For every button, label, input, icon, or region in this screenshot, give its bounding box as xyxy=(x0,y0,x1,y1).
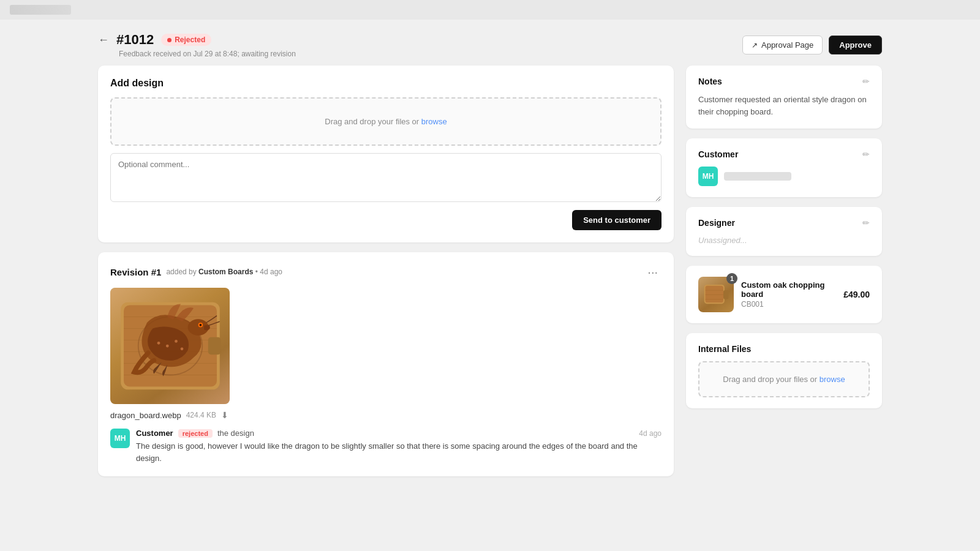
more-options-button[interactable]: ··· xyxy=(644,264,662,279)
add-design-title: Add design xyxy=(110,78,662,89)
right-column: Notes ✏ Customer requested an oriental s… xyxy=(686,66,882,551)
internal-files-title: Internal Files xyxy=(698,344,751,354)
status-badge: Rejected xyxy=(161,34,211,46)
internal-files-drop-zone[interactable]: Drag and drop your files or browse xyxy=(698,361,870,397)
comment-header: Customer rejected the design 4d ago xyxy=(136,429,662,438)
product-name: Custom oak chopping board xyxy=(741,280,836,299)
revision-header: Revision #1 added by Custom Boards • 4d … xyxy=(110,264,662,279)
add-design-card: Add design Drag and drop your files or b… xyxy=(98,66,674,242)
svg-point-12 xyxy=(199,324,202,326)
external-link-icon: ↗ xyxy=(752,41,758,50)
comment-action: the design xyxy=(217,429,254,438)
notes-edit-icon[interactable]: ✏ xyxy=(862,77,870,86)
svg-point-15 xyxy=(175,340,178,343)
customer-edit-icon[interactable]: ✏ xyxy=(862,149,870,159)
status-dot xyxy=(167,38,172,42)
svg-point-13 xyxy=(157,342,160,345)
file-name: dragon_board.webp xyxy=(110,411,181,420)
header-actions: ↗ Approval Page Approve xyxy=(742,36,882,54)
logo xyxy=(10,5,71,15)
drop-zone-text: Drag and drop your files or xyxy=(325,117,421,126)
comment-content: Customer rejected the design 4d ago The … xyxy=(136,429,662,464)
file-size: 424.4 KB xyxy=(186,411,216,419)
notes-card: Notes ✏ Customer requested an oriental s… xyxy=(686,66,882,129)
header-title-row: ← #1012 Rejected xyxy=(98,32,296,48)
notes-title: Notes xyxy=(698,77,722,86)
header-left: ← #1012 Rejected Feedback received on Ju… xyxy=(98,32,296,58)
designer-card: Designer ✏ Unassigned... xyxy=(686,207,882,256)
approval-page-button[interactable]: ↗ Approval Page xyxy=(742,36,823,54)
header: ← #1012 Rejected Feedback received on Ju… xyxy=(98,20,882,66)
header-subtitle: Feedback received on Jul 29 at 8:48; awa… xyxy=(119,50,296,58)
product-icon xyxy=(702,282,730,307)
revision-card: Revision #1 added by Custom Boards • 4d … xyxy=(98,252,674,476)
internal-browse-link[interactable]: browse xyxy=(820,375,845,384)
customer-avatar: MH xyxy=(698,167,718,186)
comment-timestamp: 4d ago xyxy=(639,429,662,438)
dragon-illustration xyxy=(112,288,228,404)
notes-header: Notes ✏ xyxy=(698,77,870,86)
add-design-drop-zone[interactable]: Drag and drop your files or browse xyxy=(110,97,662,146)
download-icon[interactable]: ⬇ xyxy=(221,410,228,420)
svg-point-14 xyxy=(165,345,168,348)
product-row: 1 Custom oak chopping board xyxy=(698,277,870,312)
internal-drop-text: Drag and drop your files or xyxy=(723,375,820,384)
send-btn-row: Send to customer xyxy=(110,210,662,230)
designer-title: Designer xyxy=(698,218,735,228)
customer-title: Customer xyxy=(698,149,738,159)
designer-unassigned: Unassigned... xyxy=(698,236,747,245)
status-label: Rejected xyxy=(175,36,205,44)
revision-title: Revision #1 xyxy=(110,267,161,277)
approve-button[interactable]: Approve xyxy=(829,36,882,54)
page: ← #1012 Rejected Feedback received on Ju… xyxy=(0,20,980,551)
comment-author: Customer xyxy=(136,429,173,438)
product-price: £49.00 xyxy=(843,290,870,299)
revision-image xyxy=(110,288,230,404)
back-button[interactable]: ← xyxy=(98,34,109,45)
send-to-customer-button[interactable]: Send to customer xyxy=(572,210,662,230)
svg-point-16 xyxy=(180,347,183,350)
left-column: Add design Drag and drop your files or b… xyxy=(98,66,674,551)
product-code: CB001 xyxy=(741,300,836,309)
browse-link[interactable]: browse xyxy=(421,117,447,126)
svg-rect-8 xyxy=(208,337,221,355)
comment-textarea[interactable] xyxy=(110,153,662,202)
avatar: MH xyxy=(110,429,130,448)
rejected-badge: rejected xyxy=(178,429,213,438)
customer-header: Customer ✏ xyxy=(698,149,870,159)
file-info: dragon_board.webp 424.4 KB ⬇ xyxy=(110,410,662,420)
revision-title-row: Revision #1 added by Custom Boards • 4d … xyxy=(110,267,282,277)
product-info: Custom oak chopping board CB001 xyxy=(741,280,836,309)
main-layout: Add design Drag and drop your files or b… xyxy=(98,66,882,551)
internal-files-card: Internal Files Drag and drop your files … xyxy=(686,333,882,408)
svg-rect-19 xyxy=(723,290,728,299)
svg-rect-18 xyxy=(706,286,723,303)
comment-text: The design is good, however I would like… xyxy=(136,440,662,464)
product-thumbnail: 1 xyxy=(698,277,734,312)
product-badge: 1 xyxy=(726,273,737,284)
customer-name-blurred xyxy=(724,172,791,181)
order-number: #1012 xyxy=(116,32,154,48)
customer-row: MH xyxy=(698,167,870,186)
revision-meta: added by Custom Boards • 4d ago xyxy=(166,268,282,276)
dragon-board-visual xyxy=(110,288,230,404)
internal-files-header: Internal Files xyxy=(698,344,870,354)
top-bar xyxy=(0,0,980,20)
designer-edit-icon[interactable]: ✏ xyxy=(862,218,870,228)
customer-card: Customer ✏ MH xyxy=(686,138,882,197)
notes-text: Customer requested an oriental style dra… xyxy=(698,94,870,118)
comment-row: MH Customer rejected the design 4d ago T… xyxy=(110,429,662,464)
designer-header: Designer ✏ xyxy=(698,218,870,228)
product-card: 1 Custom oak chopping board xyxy=(686,266,882,323)
